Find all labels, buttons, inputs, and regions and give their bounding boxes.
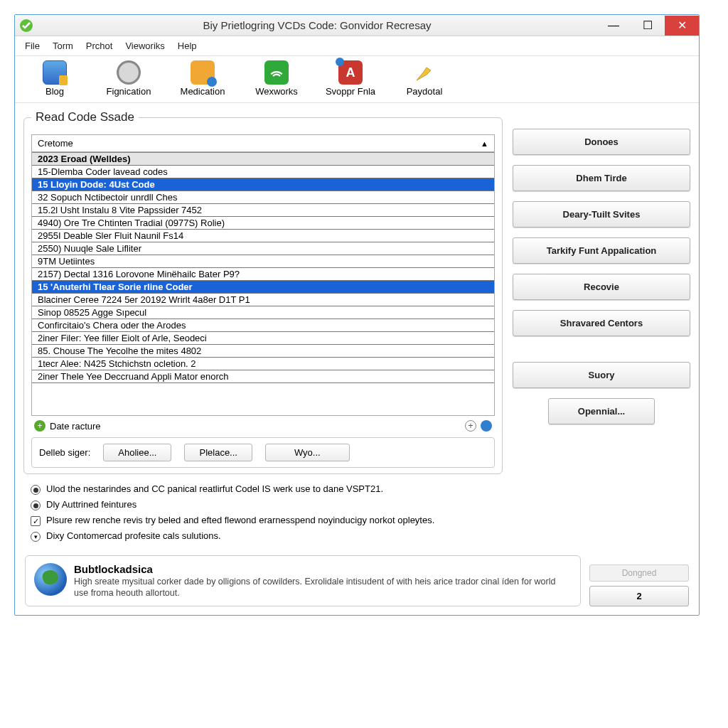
info-icon[interactable] bbox=[481, 420, 492, 432]
menu-file[interactable]: File bbox=[25, 41, 40, 51]
options-group: Ulod the nestarindes and CC panical reat… bbox=[15, 477, 699, 551]
list-item[interactable]: 2iner Filer: Yee filler Eiolt of Arle, S… bbox=[32, 332, 494, 345]
deary-tuilt-button[interactable]: Deary-Tuilt Svites bbox=[513, 201, 690, 228]
menu-torm[interactable]: Torm bbox=[53, 41, 73, 51]
tool-svoppr[interactable]: A Svoppr Fnla bbox=[318, 60, 383, 97]
monitor-icon bbox=[43, 60, 67, 85]
banner-title: Bubtlockadsica bbox=[74, 563, 572, 575]
filter-label: Delleb siger: bbox=[39, 447, 90, 458]
page-number-button[interactable]: 2 bbox=[589, 586, 689, 606]
list-header[interactable]: Cretome ▲ bbox=[32, 135, 494, 152]
clock-icon bbox=[117, 60, 141, 85]
menubar: File Torm Prchot Vieworiks Help bbox=[15, 36, 699, 56]
tool-label: Medication bbox=[181, 86, 225, 97]
radio-ulod[interactable] bbox=[31, 485, 41, 495]
dongned-button-disabled: Dongned bbox=[589, 564, 689, 582]
suory-button[interactable]: Suory bbox=[513, 362, 690, 388]
list-item-selected[interactable]: 15 Lloyin Dode: 4Ust Code bbox=[32, 178, 494, 191]
banner-body: High sreate mysitual corker dade by olli… bbox=[74, 577, 572, 599]
document-a-icon: A bbox=[338, 60, 363, 85]
list-item[interactable]: Sinop 08525 Agge Sıpecul bbox=[32, 306, 494, 319]
aholiee-button[interactable]: Aholiee... bbox=[103, 444, 171, 461]
donoes-button[interactable]: Donoes bbox=[513, 129, 690, 155]
panel-legend: Read Code Ssade bbox=[31, 110, 139, 124]
wifi-icon bbox=[264, 60, 289, 85]
close-button[interactable]: ✕ bbox=[665, 16, 699, 36]
option-label: Ulod the nestarindes and CC panical reat… bbox=[46, 483, 383, 494]
list-item[interactable]: 2iner Thele Yee Deccruand Appli Mator en… bbox=[32, 370, 494, 383]
list-item[interactable]: 9TM Uetiintes bbox=[32, 255, 494, 268]
tool-label: Blog bbox=[46, 86, 64, 97]
plus-circle-icon[interactable]: + bbox=[465, 420, 476, 432]
option-label: Dixy Contomercad profesite cals sulution… bbox=[46, 530, 221, 541]
chat-icon bbox=[191, 60, 215, 85]
tool-fignication[interactable]: Fignication bbox=[96, 60, 161, 97]
menu-help[interactable]: Help bbox=[178, 41, 197, 51]
toolbar: Blog Fignication Medication Wexworks A S… bbox=[15, 56, 699, 103]
chevron-down-icon[interactable]: ▾ bbox=[31, 532, 41, 542]
list-item[interactable]: Confircitaio's Chera oder the Arodes bbox=[32, 319, 494, 332]
list-item[interactable]: 1tecr Alee: N425 Stchichstn ocletion. 2 bbox=[32, 358, 494, 370]
date-row: + Date racture + bbox=[31, 416, 495, 436]
minimize-button[interactable]: — bbox=[596, 16, 631, 36]
list-item[interactable]: 15-Dlemba Coder lavead codes bbox=[32, 166, 494, 178]
side-buttons: Donoes Dhem Tirde Deary-Tuilt Svites Tar… bbox=[513, 110, 690, 474]
app-window: Biy Prietlogring VCDs Code: Gonvidor Rec… bbox=[14, 14, 700, 616]
globe-icon bbox=[34, 563, 67, 596]
tarkify-button[interactable]: Tarkify Funt Appalication bbox=[513, 237, 690, 264]
list-item[interactable]: 15.2l Usht Instalu 8 Vite Papssider 7452 bbox=[32, 204, 494, 217]
dhem-tirde-button[interactable]: Dhem Tirde bbox=[513, 165, 690, 191]
recovie-button[interactable]: Recovie bbox=[513, 274, 690, 300]
list-item[interactable]: 4940) Ore Tre Chtinten Tradial (0977S) R… bbox=[32, 217, 494, 230]
app-icon bbox=[19, 18, 33, 33]
filter-bar: Delleb siger: Aholiee... Plelace... Wyo.… bbox=[31, 437, 495, 468]
menu-prchot[interactable]: Prchot bbox=[86, 41, 113, 51]
titlebar: Biy Prietlogring VCDs Code: Gonvidor Rec… bbox=[15, 15, 699, 36]
shravared-button[interactable]: Shravared Centors bbox=[513, 310, 690, 336]
tool-label: Fignication bbox=[107, 86, 151, 97]
tool-blog[interactable]: Blog bbox=[22, 60, 87, 97]
radio-dly[interactable] bbox=[31, 500, 41, 510]
option-label: Dly Auttrined feintures bbox=[46, 499, 136, 510]
check-plsure[interactable] bbox=[31, 516, 41, 526]
tool-medication[interactable]: Medication bbox=[170, 60, 235, 97]
chevron-up-icon[interactable]: ▲ bbox=[481, 139, 488, 148]
window-title: Biy Prietlogring VCDs Code: Gonvidor Rec… bbox=[38, 19, 596, 31]
bottom-right-buttons: Dongned 2 bbox=[589, 555, 689, 606]
tool-label: Svoppr Fnla bbox=[326, 86, 375, 97]
list-item[interactable]: 2023 Eroad (Welldes) bbox=[32, 152, 494, 166]
info-banner: Bubtlockadsica High sreate mysitual cork… bbox=[25, 555, 581, 606]
add-icon[interactable]: + bbox=[34, 420, 46, 432]
tool-label: Wexworks bbox=[255, 86, 298, 97]
code-list[interactable]: 2023 Eroad (Welldes) 15-Dlemba Coder lav… bbox=[32, 152, 494, 415]
opennial-button[interactable]: Opennial... bbox=[548, 398, 655, 424]
list-container: Cretome ▲ 2023 Eroad (Welldes) 15-Dlemba… bbox=[31, 134, 495, 416]
pin-icon bbox=[412, 60, 437, 85]
tool-label: Paydotal bbox=[407, 86, 443, 97]
maximize-button[interactable]: ☐ bbox=[631, 16, 665, 36]
menu-vieworiks[interactable]: Vieworiks bbox=[125, 41, 164, 51]
option-label: Plsure rew renche revis try beled and ef… bbox=[46, 515, 434, 525]
wyo-button[interactable]: Wyo... bbox=[265, 444, 350, 461]
plelace-button[interactable]: Plelace... bbox=[184, 444, 252, 461]
list-item-selected[interactable]: 15 'Anuterhi Tlear Sorie rline Coder bbox=[32, 281, 494, 294]
tool-wexworks[interactable]: Wexworks bbox=[244, 60, 309, 97]
list-item[interactable]: 2955I Deable Sler Fluit Naunil Fs14 bbox=[32, 230, 494, 242]
list-item[interactable]: 2157) Dectal 1316 Lorovone Minëhailc Bat… bbox=[32, 268, 494, 281]
list-item[interactable]: 85. Chouse The Yecolhe the mites 4802 bbox=[32, 345, 494, 358]
date-label: Date racture bbox=[50, 421, 101, 432]
list-item[interactable]: Blaciner Ceree 7224 5er 20192 Wrirlt 4a8… bbox=[32, 294, 494, 306]
list-item[interactable]: 2550) Nuuqle Sale Lifliter bbox=[32, 242, 494, 255]
tool-paydotal[interactable]: Paydotal bbox=[392, 60, 457, 97]
list-item[interactable]: 32 Sopuch Nctibectoir unrdll Ches bbox=[32, 191, 494, 204]
list-header-label: Cretome bbox=[38, 138, 73, 149]
code-panel: Read Code Ssade Cretome ▲ 2023 Eroad (We… bbox=[23, 110, 503, 474]
